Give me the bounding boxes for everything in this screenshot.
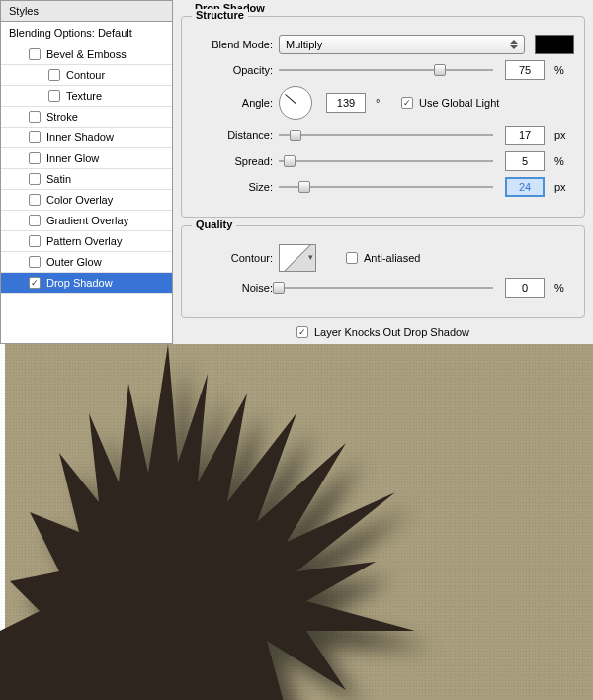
shadow-color-swatch[interactable] xyxy=(535,35,574,54)
style-label: Drop Shadow xyxy=(46,277,113,289)
size-label: Size: xyxy=(192,181,273,193)
style-label: Contour xyxy=(66,69,105,81)
tree-shape xyxy=(0,344,415,700)
noise-label: Noise: xyxy=(192,282,273,294)
style-item-pattern-overlay[interactable]: Pattern Overlay xyxy=(1,231,172,252)
global-light-checkbox[interactable] xyxy=(401,97,413,109)
style-item-stroke[interactable]: Stroke xyxy=(1,107,172,128)
preview-canvas xyxy=(0,344,593,700)
structure-group: Structure Blend Mode: Multiply Opacity: … xyxy=(181,16,585,218)
anti-aliased-checkbox[interactable] xyxy=(346,252,358,264)
quality-legend: Quality xyxy=(192,219,236,230)
blending-options[interactable]: Blending Options: Default xyxy=(1,22,172,44)
styles-panel: Styles Blending Options: Default Bevel &… xyxy=(0,0,173,344)
style-label: Texture xyxy=(66,90,102,102)
style-checkbox[interactable] xyxy=(29,152,41,164)
angle-input[interactable]: 139 xyxy=(326,93,366,113)
angle-unit: ° xyxy=(376,97,395,109)
effect-settings-panel: Drop Shadow Structure Blend Mode: Multip… xyxy=(173,0,593,344)
style-checkbox[interactable] xyxy=(29,194,41,206)
opacity-input[interactable]: 75 xyxy=(505,60,545,80)
style-item-inner-glow[interactable]: Inner Glow xyxy=(1,148,172,169)
style-checkbox[interactable] xyxy=(48,90,60,102)
size-slider[interactable] xyxy=(279,179,493,195)
style-item-texture[interactable]: Texture xyxy=(1,86,172,107)
blend-mode-select[interactable]: Multiply xyxy=(279,35,525,54)
styles-header: Styles xyxy=(1,1,172,22)
style-checkbox[interactable] xyxy=(48,69,60,81)
size-input[interactable]: 24 xyxy=(505,177,545,197)
style-label: Inner Shadow xyxy=(46,131,114,143)
opacity-label: Opacity: xyxy=(192,64,273,76)
style-item-inner-shadow[interactable]: Inner Shadow xyxy=(1,128,172,148)
spread-input[interactable]: 5 xyxy=(505,151,545,171)
style-item-gradient-overlay[interactable]: Gradient Overlay xyxy=(1,211,172,231)
distance-unit: px xyxy=(554,130,574,141)
style-item-contour[interactable]: Contour xyxy=(1,65,172,86)
noise-unit: % xyxy=(554,282,574,294)
style-checkbox[interactable] xyxy=(29,215,41,226)
blend-mode-value: Multiply xyxy=(286,39,322,50)
distance-input[interactable]: 17 xyxy=(505,126,545,145)
spread-unit: % xyxy=(554,155,574,167)
knockout-label: Layer Knocks Out Drop Shadow xyxy=(314,326,469,338)
style-checkbox[interactable] xyxy=(29,277,41,289)
style-label: Gradient Overlay xyxy=(46,215,128,226)
spread-slider[interactable] xyxy=(279,153,493,169)
style-checkbox[interactable] xyxy=(29,256,41,268)
global-light-label: Use Global Light xyxy=(419,97,499,109)
panel-title: Drop Shadow xyxy=(195,2,585,14)
style-label: Satin xyxy=(46,173,71,185)
opacity-unit: % xyxy=(554,64,574,76)
structure-legend: Structure xyxy=(192,9,248,21)
noise-input[interactable]: 0 xyxy=(505,278,545,298)
style-label: Outer Glow xyxy=(46,256,102,268)
distance-label: Distance: xyxy=(192,130,273,141)
style-checkbox[interactable] xyxy=(29,173,41,185)
style-item-drop-shadow[interactable]: Drop Shadow xyxy=(1,273,172,294)
style-label: Pattern Overlay xyxy=(46,235,122,247)
style-checkbox[interactable] xyxy=(29,111,41,123)
style-label: Stroke xyxy=(46,111,78,123)
angle-label: Angle: xyxy=(192,97,273,109)
spread-label: Spread: xyxy=(192,155,273,167)
style-checkbox[interactable] xyxy=(29,235,41,247)
style-checkbox[interactable] xyxy=(29,48,41,60)
style-label: Color Overlay xyxy=(46,194,113,206)
anti-aliased-label: Anti-aliased xyxy=(364,252,420,264)
contour-label: Contour: xyxy=(192,252,273,264)
style-label: Inner Glow xyxy=(46,152,99,164)
style-item-bevel-emboss[interactable]: Bevel & Emboss xyxy=(1,44,172,65)
opacity-slider[interactable] xyxy=(279,62,493,78)
contour-picker[interactable] xyxy=(279,244,316,272)
style-label: Bevel & Emboss xyxy=(46,48,127,60)
quality-group: Quality Contour: Anti-aliased Noise: 0 % xyxy=(181,225,585,318)
style-item-color-overlay[interactable]: Color Overlay xyxy=(1,190,172,211)
size-unit: px xyxy=(554,181,574,193)
style-item-satin[interactable]: Satin xyxy=(1,169,172,190)
distance-slider[interactable] xyxy=(279,128,493,143)
style-item-outer-glow[interactable]: Outer Glow xyxy=(1,252,172,273)
angle-dial[interactable] xyxy=(279,86,312,120)
knockout-checkbox[interactable] xyxy=(296,326,308,338)
style-checkbox[interactable] xyxy=(29,131,41,143)
noise-slider[interactable] xyxy=(279,280,493,296)
blend-mode-label: Blend Mode: xyxy=(192,39,273,50)
